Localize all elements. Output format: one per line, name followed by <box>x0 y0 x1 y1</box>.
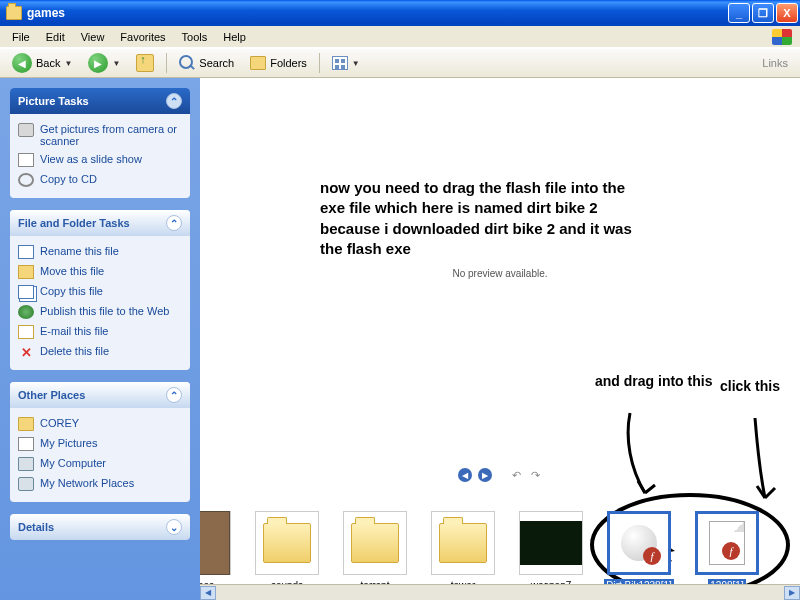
folder-icon <box>263 523 311 563</box>
slideshow-icon <box>18 153 34 167</box>
rotate-cw-button[interactable]: ↷ <box>529 469 542 482</box>
filmstrip: names sounds torrent tower weapon7 Dirt … <box>200 492 800 592</box>
menu-file[interactable]: File <box>4 29 38 45</box>
menu-favorites[interactable]: Favorites <box>112 29 173 45</box>
file-item[interactable]: torrent <box>338 511 412 592</box>
task-slideshow[interactable]: View as a slide show <box>18 150 182 170</box>
back-button[interactable]: ◀Back▼ <box>6 51 78 75</box>
file-item-swf[interactable]: 1298[1] <box>690 511 764 592</box>
annotation-drag: and drag into this <box>595 373 712 390</box>
task-rename[interactable]: Rename this file <box>18 242 182 262</box>
flash-exe-icon <box>621 525 657 561</box>
no-preview-text: No preview available. <box>200 268 800 279</box>
search-button[interactable]: Search <box>173 53 240 73</box>
panel-title: Details <box>18 521 54 533</box>
window-title: games <box>27 6 728 20</box>
globe-icon <box>18 305 34 319</box>
panel-title: File and Folder Tasks <box>18 217 130 229</box>
folder-icon <box>351 523 399 563</box>
file-item[interactable]: names <box>200 511 236 592</box>
folder-icon <box>439 523 487 563</box>
prev-image-button[interactable]: ◀ <box>458 468 472 482</box>
collapse-icon[interactable]: ⌃ <box>166 215 182 231</box>
collapse-icon[interactable]: ⌃ <box>166 387 182 403</box>
place-my-pictures[interactable]: My Pictures <box>18 434 182 454</box>
network-icon <box>18 477 34 491</box>
rename-icon <box>18 245 34 259</box>
folder-icon <box>6 6 22 20</box>
file-item[interactable]: tower <box>426 511 500 592</box>
folders-button[interactable]: Folders <box>244 54 313 72</box>
collapse-icon[interactable]: ⌃ <box>166 93 182 109</box>
forward-button[interactable]: ▶▼ <box>82 51 126 75</box>
toolbar: ◀Back▼ ▶▼ Search Folders ▼ Links <box>0 48 800 78</box>
views-button[interactable]: ▼ <box>326 54 366 72</box>
panel-title: Picture Tasks <box>18 95 89 107</box>
task-copy[interactable]: Copy this file <box>18 282 182 302</box>
content-area: No preview available. now you need to dr… <box>200 78 800 600</box>
task-delete[interactable]: ✕Delete this file <box>18 342 182 362</box>
place-network[interactable]: My Network Places <box>18 474 182 494</box>
file-item-dirt-bike[interactable]: Dirt Bik1238[1] <box>602 511 676 592</box>
cd-icon <box>18 173 34 187</box>
flash-swf-icon <box>709 521 745 565</box>
task-email[interactable]: E-mail this file <box>18 322 182 342</box>
panel-title: Other Places <box>18 389 85 401</box>
camera-icon <box>18 123 34 137</box>
tasks-sidebar: Picture Tasks⌃ Get pictures from camera … <box>0 78 200 600</box>
menu-help[interactable]: Help <box>215 29 254 45</box>
links-label[interactable]: Links <box>762 57 794 69</box>
delete-icon: ✕ <box>18 345 34 359</box>
title-bar: games _ ❐ X <box>0 0 800 26</box>
menu-bar: File Edit View Favorites Tools Help <box>0 26 800 48</box>
copy-icon <box>18 285 34 299</box>
menu-tools[interactable]: Tools <box>174 29 216 45</box>
picture-tasks-panel: Picture Tasks⌃ Get pictures from camera … <box>10 88 190 198</box>
file-item[interactable]: weapon7 <box>514 511 588 592</box>
task-publish[interactable]: Publish this file to the Web <box>18 302 182 322</box>
annotation-main: now you need to drag the flash file into… <box>320 178 650 259</box>
task-move[interactable]: Move this file <box>18 262 182 282</box>
scroll-left-button[interactable]: ◀ <box>200 586 216 600</box>
filmstrip-nav: ◀ ▶ ↶ ↷ <box>458 468 542 482</box>
other-places-panel: Other Places⌃ COREY My Pictures My Compu… <box>10 382 190 502</box>
mail-icon <box>18 325 34 339</box>
expand-icon[interactable]: ⌄ <box>166 519 182 535</box>
details-panel: Details⌄ <box>10 514 190 540</box>
move-icon <box>18 265 34 279</box>
task-copy-cd[interactable]: Copy to CD <box>18 170 182 190</box>
place-corey[interactable]: COREY <box>18 414 182 434</box>
horizontal-scrollbar[interactable]: ◀ ▶ <box>200 584 800 600</box>
rotate-ccw-button[interactable]: ↶ <box>510 469 523 482</box>
file-item[interactable]: sounds <box>250 511 324 592</box>
windows-flag-icon <box>772 29 792 45</box>
pictures-icon <box>18 437 34 451</box>
folder-icon <box>18 417 34 431</box>
menu-edit[interactable]: Edit <box>38 29 73 45</box>
computer-icon <box>18 457 34 471</box>
file-folder-tasks-panel: File and Folder Tasks⌃ Rename this file … <box>10 210 190 370</box>
annotation-click: click this <box>720 378 780 395</box>
scroll-right-button[interactable]: ▶ <box>784 586 800 600</box>
close-button[interactable]: X <box>776 3 798 23</box>
minimize-button[interactable]: _ <box>728 3 750 23</box>
task-get-pictures[interactable]: Get pictures from camera or scanner <box>18 120 182 150</box>
maximize-button[interactable]: ❐ <box>752 3 774 23</box>
next-image-button[interactable]: ▶ <box>478 468 492 482</box>
menu-view[interactable]: View <box>73 29 113 45</box>
place-my-computer[interactable]: My Computer <box>18 454 182 474</box>
up-button[interactable] <box>130 52 160 74</box>
